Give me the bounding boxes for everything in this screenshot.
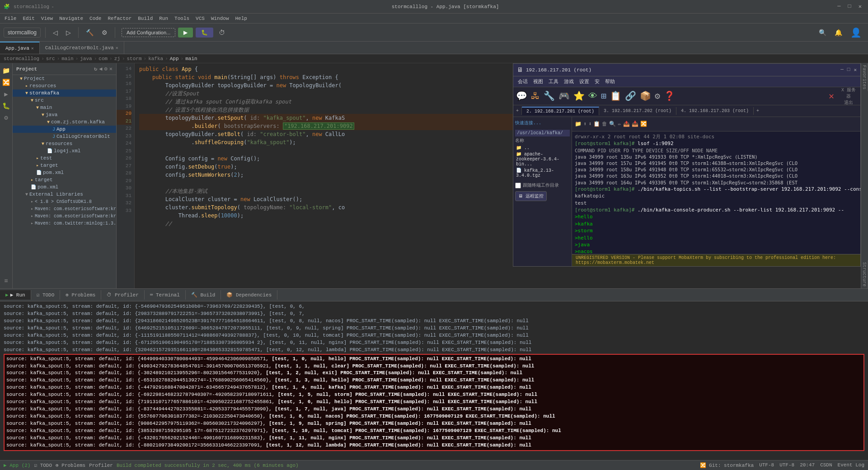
vertical-label-favorites[interactable]: Favorites [861,63,868,91]
remote-icon-view[interactable]: 👁 [588,91,597,102]
sidebar-sync-icon[interactable]: ↻ [94,66,97,72]
bc-zj[interactable]: zj [114,56,120,61]
remote-menu-settings[interactable]: 设置 [577,77,591,86]
remote-toolbar-btn9[interactable]: 📥 [632,121,638,127]
bc-storm[interactable]: storm [127,56,142,61]
remote-icon-multi[interactable]: 📋 [610,90,621,102]
remote-icon-split[interactable]: ⊞ [601,90,606,102]
remote-icon-games2[interactable]: 🎮 [558,90,570,102]
remote-toolbar-btn8[interactable]: 📤 [623,121,630,127]
tab-close-icon[interactable]: ✕ [31,46,34,51]
remote-add-tab[interactable]: + [754,107,762,115]
tree-item-stormkafka[interactable]: ▼ stormkafka [13,89,116,97]
run-btn[interactable]: ▶ [178,28,193,38]
bc-main-method[interactable]: main [185,56,197,61]
menu-edit[interactable]: Edit [20,15,37,22]
add-configuration-btn[interactable]: Add Configuration... [122,28,175,37]
tree-item-jdk[interactable]: ▸ < 1.8 > CnSoftsUDK1.8 [13,198,116,205]
tree-item-log4j[interactable]: 📄 log4j.xml [13,147,116,155]
settings-btn[interactable]: ⚙ [99,27,110,38]
menu-navigate[interactable]: Navigate [56,15,86,22]
menu-build[interactable]: Build [135,15,155,22]
bc-src[interactable]: src [46,56,55,61]
bottom-tab-terminal[interactable]: ⌨ Terminal [145,290,186,300]
remote-terminal-output[interactable]: drwxr-xr-x 2 root root 44 2月 1 02:08 sit… [572,132,860,254]
minimize-btn[interactable]: ─ [835,2,843,11]
run-icon[interactable]: ▶ [1,89,12,99]
remote-toolbar-btn7[interactable]: ✏ [618,121,621,127]
status-todo[interactable]: ☑ TODO [34,462,52,468]
bottom-tab-deps[interactable]: 📦 Dependencies [221,290,277,300]
project-icon[interactable]: 📁 [1,65,12,76]
remote-toolbar-btn4[interactable]: 📋 [593,121,600,127]
tab-calllog-bolt[interactable]: CallLogCreatorBolt.java ✕ [40,42,124,54]
remote-maximize[interactable]: □ [847,67,850,73]
tree-item-main[interactable]: ▼ main [13,104,116,111]
close-btn[interactable]: ✕ [856,2,864,11]
remote-icon-x[interactable]: ✕ [829,90,834,102]
remote-menu-games[interactable]: 游戏 [562,77,576,86]
remote-icon-sftp[interactable]: 📦 [640,90,651,102]
remote-tab-201[interactable]: 2. 192.168.217.201 (root) [522,107,599,115]
remote-monitor-btn[interactable]: 🖥 远程监控 [515,191,547,201]
status-encoding[interactable]: UTF-8 [759,462,774,468]
tree-item-test[interactable]: ▸ test [13,155,116,162]
remote-menu-safe[interactable]: 安 [593,77,601,86]
sidebar-settings-icon[interactable]: ⚙ [104,66,108,72]
menu-vcs[interactable]: VCS [193,15,207,22]
bc-app[interactable]: App [170,56,179,61]
remote-icon-mysession[interactable]: ⭐ [573,90,585,102]
bc-com[interactable]: com [99,56,108,61]
menu-tools[interactable]: Tools [172,15,192,22]
remote-new-tab-btn[interactable]: + [513,107,522,115]
tree-item-calllog[interactable]: J CallLogCreatorBolt [13,133,116,140]
sidebar-collapse-icon[interactable]: ◀ [99,66,102,72]
remote-quickconnect[interactable]: 快速连接... [515,119,570,127]
user-btn[interactable]: 👤 [848,25,864,40]
tree-item-project[interactable]: ▼ Project [13,75,116,82]
services-icon[interactable]: ⚙ [1,112,12,123]
remote-toolbar-btn5[interactable]: 🗑 [602,121,607,127]
forward-btn[interactable]: ▷ [63,27,74,38]
menu-refactor[interactable]: Refactor [105,15,134,22]
remote-dir-zookeeper[interactable]: 📁 apache-zookeeper-3.6.4-bin... [515,151,570,167]
tree-item-target2[interactable]: ▸ target [13,176,116,183]
structure-icon[interactable]: ≡ [1,276,12,287]
bottom-tab-run[interactable]: ▶ ▶ Run [0,290,31,300]
bc-stormcalllog[interactable]: stormcalllog [4,56,39,61]
status-profiler[interactable]: Profiler [89,463,113,468]
tree-item-ext-libs[interactable]: ▼ External Libraries [13,191,116,198]
remote-tab-203[interactable]: 4. 192.168.217.203 (root) [676,107,754,115]
status-event-log[interactable]: Event Log [838,462,864,468]
tree-item-resources[interactable]: ▸ resources [13,82,116,89]
remote-menu-view[interactable]: 视图 [531,77,545,86]
tree-item-package[interactable]: ▼ com.zj.storm.kafka [13,118,116,126]
remote-menu-help[interactable]: 帮助 [603,77,617,86]
tree-item-src[interactable]: ▼ src [13,97,116,104]
back-btn[interactable]: ◁ [50,27,61,38]
tree-item-pom2[interactable]: 📄 pom.xml [13,183,116,191]
tab-calllog-close-icon[interactable]: ✕ [116,45,118,51]
remote-icon-session[interactable]: 💬 [516,90,527,102]
status-problems[interactable]: ⊕ Problems [56,462,85,468]
status-csdn[interactable]: CSDN [820,462,832,468]
tree-item-maven-minlog[interactable]: ▸ Maven: com.twitter:minlog:1.3.0 [13,220,116,227]
bottom-tab-problems[interactable]: ⊕ Problems [60,290,101,300]
remote-menu-tools[interactable]: 工具 [547,77,560,86]
notification-btn[interactable]: 🔔 [832,27,845,38]
remote-minimize[interactable]: ─ [840,67,844,73]
bc-main[interactable]: main [61,56,73,61]
bottom-tab-todo[interactable]: ☑ TODO [31,290,61,300]
bc-kafka[interactable]: kafka [148,56,163,61]
remote-toolbar-btn10[interactable]: 🔀 [640,121,647,127]
remote-toolbar-btn2[interactable]: ⬆ [583,121,586,127]
debug-icon[interactable]: 🐛 [1,100,12,111]
menu-run[interactable]: Run [156,15,171,22]
remote-icon-help[interactable]: ❓ [664,90,675,102]
remote-toolbar-btn1[interactable]: 📁 [575,121,582,127]
bc-java[interactable]: java [80,56,92,61]
status-git[interactable]: 🔀 Git: stormkafka [700,462,754,468]
sidebar-close-icon[interactable]: ✕ [109,66,113,72]
remote-toolbar-btn3[interactable]: ⬇ [588,121,591,127]
bottom-tab-profiler[interactable]: ⏱ Profiler [101,290,144,300]
